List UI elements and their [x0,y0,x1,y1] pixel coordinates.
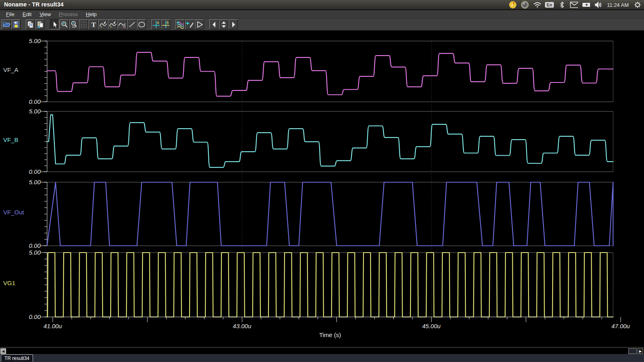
y-min-label: 0.00 [29,242,41,249]
line-icon [128,20,136,29]
x-tick-label-45: 45.00u [422,323,441,329]
save-icon [12,20,20,29]
curve-label-icon: T [99,20,107,29]
copy-button[interactable] [26,19,35,29]
grid-button[interactable] [79,19,88,29]
pointer-button[interactable] [50,19,59,29]
bluetooth-icon[interactable] [558,1,566,9]
probe-icon [186,20,194,29]
nav-spin-button[interactable] [219,19,228,29]
curve-query-button[interactable]: ? [108,19,117,29]
cursor-b-button[interactable]: b [161,19,170,29]
paste-button[interactable] [35,19,45,29]
x-axis [47,317,621,322]
svg-text:T: T [100,26,102,29]
title-bar: Noname - TR result34 En11:24 AM [0,0,644,10]
menu-bar: FileEditViewProcessHelp [0,10,644,19]
y-axis [41,111,47,172]
copy-icon [26,20,35,29]
y-min-label: 0.00 [29,168,41,175]
h-scrollbar[interactable]: ◀ ▶ [0,347,644,354]
curve-label-button[interactable]: T [98,19,107,29]
gear-power-icon[interactable] [634,1,642,9]
wifi-icon[interactable] [533,1,541,9]
legend-icon [118,20,126,29]
menu-item-edit[interactable]: Edit [19,10,35,18]
y-axis [41,253,47,317]
toolbar-group [26,19,45,29]
toolbar-group [175,19,204,29]
probe-button[interactable] [185,19,194,29]
svg-text:T: T [91,21,96,29]
app-yellow-icon[interactable] [509,1,517,9]
toolbar: 100TT?ab [0,19,644,31]
mail-icon[interactable] [570,1,578,9]
ellipse-button[interactable] [137,19,146,29]
zoom-out-icon: 100 [70,20,78,29]
open-icon [2,20,10,29]
nav-left-button[interactable] [209,19,219,29]
x-axis-title: Time (s) [319,331,341,338]
y-min-label: 0.00 [29,313,41,320]
cursor-a-icon: a [152,20,160,29]
signal-label-vf_b: VF_B [3,136,19,143]
document-tab[interactable]: TR result34 [1,354,33,362]
nav-spin-icon [219,20,228,29]
zoom-in-icon [60,20,68,29]
line-button[interactable] [127,19,136,29]
nav-right-button[interactable] [229,19,238,29]
toolbar-group: ab [151,19,170,29]
trace-vf_b [47,115,613,167]
save-button[interactable] [11,19,21,29]
keyboard-layout-badge[interactable]: En [545,1,554,9]
toolbar-group [209,19,238,29]
metal-orb-icon[interactable] [521,1,529,9]
menu-item-file[interactable]: File [2,10,18,18]
plot-area: 5.000.00VF_A5.000.00VF_B5.000.00VF_Out5.… [0,31,644,340]
menu-item-help[interactable]: Help [82,10,100,18]
tab-bar: TR result34 [0,354,644,362]
menu-item-view[interactable]: View [36,10,54,18]
x-tick-label-47: 47.00u [611,323,630,329]
y-max-label: 5.00 [29,37,41,44]
y-min-label: 0.00 [29,98,41,105]
menu-item-process: Process [55,10,81,18]
panel-vf_out: 5.000.00VF_Out [3,179,613,249]
svg-text:100: 100 [72,26,76,28]
open-button[interactable] [2,19,11,29]
svg-text:a: a [157,21,159,25]
system-tray: En11:24 AM [509,0,642,10]
trace-vf_a [47,52,613,96]
keyboard-layout-label: En [545,2,554,8]
signal-label-vf_out: VF_Out [3,209,25,216]
nav-left-icon [210,20,218,29]
text-button[interactable]: T [89,19,98,29]
volume-icon[interactable] [594,1,602,9]
panel-vg1: 5.000.00VG1 [3,249,613,320]
play-button[interactable] [195,19,204,29]
legend-button[interactable] [118,19,127,29]
cursor-a-button[interactable]: a [151,19,161,29]
curve-query-icon: ? [108,20,117,29]
scroll-right-button[interactable]: ▶ [638,348,643,354]
text-icon: T [89,20,97,29]
scroll-left-button[interactable]: ◀ [0,348,6,354]
signal-label-vg1: VG1 [3,280,15,286]
app-window: Noname - TR result34 En11:24 AM FileEdit… [0,0,644,362]
panel-vf_a: 5.000.00VF_A [3,37,613,105]
zoom-in-button[interactable] [60,19,69,29]
y-max-label: 5.00 [29,249,41,256]
clock-label[interactable]: 11:24 AM [606,2,630,8]
toolbar-group: 100TT? [50,19,146,29]
battery-icon[interactable] [582,1,590,9]
window-title: Noname - TR result34 [4,1,64,8]
ellipse-icon [137,20,146,29]
grid-icon [79,20,88,29]
svg-text:?: ? [110,25,112,29]
zoom-out-button[interactable]: 100 [69,19,78,29]
trace-vf_out [47,182,613,246]
x-tick-label-43: 43.00u [233,323,252,329]
y-axis [41,41,47,102]
add-curve-button[interactable] [175,19,185,29]
scroll-thumb[interactable] [628,348,637,354]
